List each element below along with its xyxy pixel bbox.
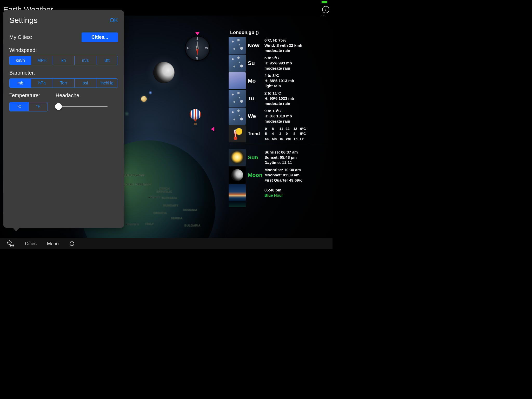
- aurora-icon: [229, 202, 246, 207]
- compass-needle-icon: [188, 39, 207, 57]
- forecast-day[interactable]: We 9 to 13°C ... H: 0% 1019 mb moderate …: [229, 108, 329, 125]
- menu-button[interactable]: Menu: [47, 241, 59, 247]
- windspeed-mph[interactable]: MPH: [31, 56, 52, 65]
- barometer-label: Barometer:: [9, 70, 118, 76]
- svg-point-4: [196, 47, 198, 49]
- slider-thumb-icon[interactable]: [55, 103, 62, 110]
- cities-button[interactable]: Cities...: [82, 32, 118, 42]
- svg-line-18: [11, 241, 11, 241]
- popover-arrow-icon: [12, 227, 20, 231]
- windspeed-label: Windspeed:: [9, 47, 118, 53]
- barometer-torr[interactable]: Torr: [53, 79, 74, 88]
- svg-point-20: [11, 245, 12, 246]
- ok-button[interactable]: OK: [110, 17, 118, 24]
- svg-point-10: [9, 242, 10, 243]
- windspeed-ms[interactable]: m/s: [74, 56, 96, 65]
- my-cities-label: My Cities:: [9, 34, 32, 40]
- headache-slider[interactable]: [56, 103, 108, 110]
- weather-trend-icon: [229, 125, 246, 142]
- refresh-button[interactable]: [69, 241, 75, 247]
- temperature-f[interactable]: °F: [29, 102, 48, 111]
- barometer-mb[interactable]: mb: [10, 79, 31, 88]
- svg-rect-8: [235, 132, 236, 137]
- moon-phase-icon: [229, 167, 246, 184]
- city-name: London,gb (): [230, 30, 329, 35]
- barometer-psi[interactable]: psi: [74, 79, 96, 88]
- windspeed-kn[interactable]: kn: [53, 56, 74, 65]
- lens-flare-icon: [149, 91, 152, 95]
- weather-rain-icon: [229, 37, 246, 54]
- weather-lightrain-icon: [229, 72, 246, 89]
- weather-rain-icon: [229, 90, 246, 107]
- headache-label: Headache:: [56, 92, 118, 98]
- forecast-trend[interactable]: Trend 981113129°C 542985°C SuMoTuWeThFr: [229, 125, 329, 142]
- bottom-toolbar: Cities Menu: [0, 238, 332, 249]
- windspeed-segment[interactable]: km/h MPH kn m/s Bft: [9, 56, 118, 65]
- planet-icon: [141, 96, 147, 102]
- balloon-icon: [190, 109, 201, 125]
- svg-point-5: [236, 128, 242, 135]
- compass[interactable]: S W N O: [185, 36, 210, 61]
- svg-line-15: [8, 241, 8, 241]
- windspeed-kmh[interactable]: km/h: [10, 56, 31, 65]
- divider: [230, 145, 328, 145]
- barometer-segment[interactable]: mb hPa Torr psi inchHg: [9, 78, 118, 88]
- temperature-label: Temperature:: [9, 92, 48, 98]
- temperature-c[interactable]: °C: [10, 102, 29, 111]
- svg-point-9: [8, 241, 11, 244]
- lens-flare-icon: [124, 111, 129, 116]
- barometer-hpa[interactable]: hPa: [31, 79, 52, 88]
- sun-info[interactable]: Sun Sunrise: 06:37 am Sunset: 05:48 pm D…: [229, 149, 329, 166]
- windspeed-bft[interactable]: Bft: [96, 56, 118, 65]
- info-button[interactable]: i: [322, 6, 329, 13]
- barometer-inchhg[interactable]: inchHg: [96, 79, 118, 88]
- temperature-segment[interactable]: °C °F: [9, 102, 48, 111]
- blue-hour-info[interactable]: 05:48 pm Blue Hour: [229, 184, 329, 201]
- moon-icon: [153, 62, 175, 83]
- settings-modal: Settings OK My Cities: Cities... Windspe…: [3, 10, 124, 228]
- cities-button[interactable]: Cities: [25, 241, 37, 247]
- forecast-day[interactable]: Mo 4 to 8°C H: 88% 1013 mb light rain: [229, 72, 329, 89]
- moon-info[interactable]: Moon Moonrise: 10:30 am Moonset: 01:09 a…: [229, 167, 329, 184]
- forecast-day[interactable]: Tu 2 to 11°C H: 90% 1023 mb moderate rai…: [229, 90, 329, 107]
- aurora-info[interactable]: [229, 202, 329, 207]
- weather-panel: London,gb () Now 6°C, H: 75% Wind: S wit…: [229, 30, 332, 239]
- forecast-day[interactable]: Su 5 to 9°C H: 95% 993 mb moderate rain: [229, 55, 329, 72]
- sun-icon: [229, 149, 246, 166]
- compass-heading-marker-icon: [195, 32, 200, 35]
- settings-title: Settings: [9, 16, 37, 25]
- settings-button[interactable]: [6, 240, 15, 248]
- blue-hour-icon: [229, 184, 246, 201]
- weather-rain-icon: [229, 55, 246, 72]
- weather-rain-icon: [229, 108, 246, 125]
- collapse-panel-arrow-icon[interactable]: [211, 127, 214, 131]
- svg-point-19: [10, 244, 14, 247]
- forecast-now[interactable]: Now 6°C, H: 75% Wind: S with 22 kmh mode…: [229, 37, 329, 54]
- trend-table: 981113129°C 542985°C SuMoTuWeThFr: [264, 126, 308, 142]
- svg-line-17: [8, 244, 8, 244]
